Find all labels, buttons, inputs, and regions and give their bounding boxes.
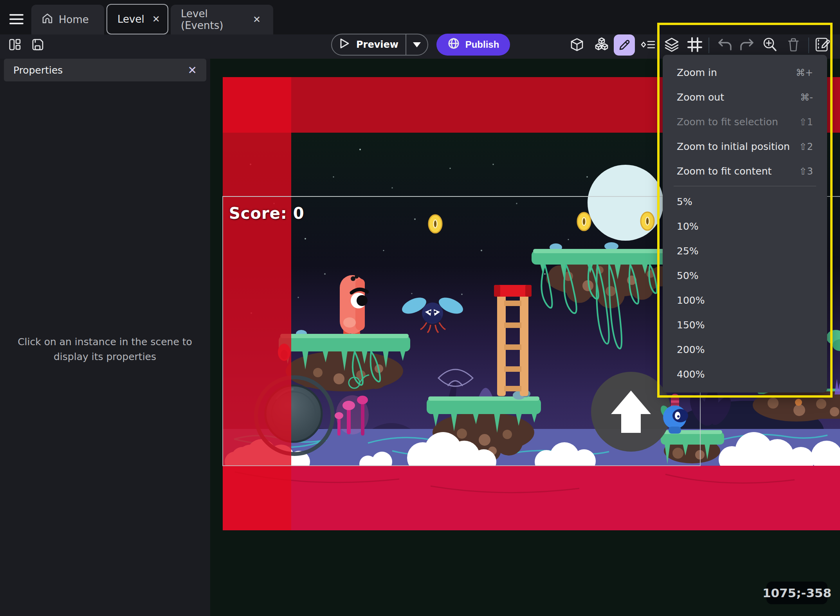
tab-label: Home bbox=[59, 14, 89, 25]
cursor-coordinates-badge: 1075;-358 bbox=[766, 582, 827, 604]
menu-item-zoom-fit-selection[interactable]: Zoom to fit selection⇧1 bbox=[663, 110, 827, 134]
chevron-down-icon bbox=[413, 42, 421, 47]
tab-level[interactable]: Level ✕ bbox=[106, 4, 168, 34]
preview-button[interactable]: Preview bbox=[331, 34, 428, 56]
tab-home[interactable]: Home bbox=[31, 5, 104, 34]
menu-item-zoom-in[interactable]: Zoom in⌘+ bbox=[663, 60, 827, 85]
preview-dropdown-button[interactable] bbox=[406, 34, 427, 55]
delete-trash-button[interactable] bbox=[785, 36, 802, 53]
preview-main[interactable]: Preview bbox=[332, 34, 406, 55]
menu-item-zoom-fit-content[interactable]: Zoom to fit content⇧3 bbox=[663, 159, 827, 184]
publish-label: Publish bbox=[465, 39, 499, 50]
close-icon[interactable]: ✕ bbox=[188, 64, 197, 77]
home-icon bbox=[41, 13, 53, 27]
toolbar-divider bbox=[708, 38, 709, 53]
properties-panel-header: Properties ✕ bbox=[4, 59, 206, 81]
menu-item-zoom-150[interactable]: 150% bbox=[663, 313, 827, 337]
undo-button[interactable] bbox=[716, 36, 734, 53]
menu-item-zoom-100[interactable]: 100% bbox=[663, 288, 827, 313]
3d-box-button[interactable] bbox=[568, 36, 586, 53]
tab-close-icon[interactable]: ✕ bbox=[251, 13, 263, 26]
save-icon[interactable] bbox=[29, 36, 46, 53]
layout-panels-button[interactable] bbox=[6, 36, 23, 53]
grid-button[interactable] bbox=[686, 36, 703, 53]
menu-item-zoom-out[interactable]: Zoom out⌘- bbox=[663, 85, 827, 110]
menu-item-zoom-50[interactable]: 50% bbox=[663, 263, 827, 288]
menu-item-zoom-400[interactable]: 400% bbox=[663, 362, 827, 387]
score-label: Score: 0 bbox=[229, 204, 305, 222]
menu-item-zoom-25[interactable]: 25% bbox=[663, 239, 827, 263]
preview-label: Preview bbox=[356, 39, 398, 50]
zoom-in-button[interactable] bbox=[761, 36, 779, 53]
edit-mode-pencil-button[interactable] bbox=[614, 34, 635, 56]
instances-list-button[interactable] bbox=[640, 36, 657, 53]
tab-level-events[interactable]: Level (Events) ✕ bbox=[171, 5, 273, 34]
gdevelop-editor-window: Home Level ✕ Level (Events) ✕ Preview bbox=[0, 0, 840, 616]
zoom-dropdown-menu: Zoom in⌘+ Zoom out⌘- Zoom to fit selecti… bbox=[663, 55, 827, 393]
menu-item-zoom-5[interactable]: 5% bbox=[663, 189, 827, 214]
publish-button[interactable]: Publish bbox=[436, 34, 510, 56]
menu-item-zoom-10[interactable]: 10% bbox=[663, 214, 827, 239]
hamburger-menu-icon[interactable] bbox=[9, 14, 23, 26]
globe-icon bbox=[447, 37, 460, 52]
toolbar-divider bbox=[808, 38, 809, 53]
objects-button[interactable] bbox=[593, 36, 610, 53]
edit-scene-sheet-button[interactable] bbox=[814, 36, 831, 53]
panel-title: Properties bbox=[13, 65, 63, 76]
tab-label: Level bbox=[117, 13, 144, 25]
tab-label: Level (Events) bbox=[181, 8, 245, 31]
layers-button[interactable] bbox=[663, 36, 680, 53]
tab-bar: Home Level ✕ Level (Events) ✕ bbox=[0, 0, 840, 34]
menu-item-zoom-initial-position[interactable]: Zoom to initial position⇧2 bbox=[663, 134, 827, 159]
tab-close-icon[interactable]: ✕ bbox=[150, 13, 162, 25]
menu-separator bbox=[674, 186, 816, 186]
panel-empty-message: Click on an instance in the scene to dis… bbox=[15, 335, 195, 364]
redo-button[interactable] bbox=[738, 36, 755, 53]
properties-panel: Properties ✕ Click on an instance in the… bbox=[0, 59, 210, 616]
play-icon bbox=[339, 38, 350, 52]
menu-item-zoom-200[interactable]: 200% bbox=[663, 337, 827, 362]
